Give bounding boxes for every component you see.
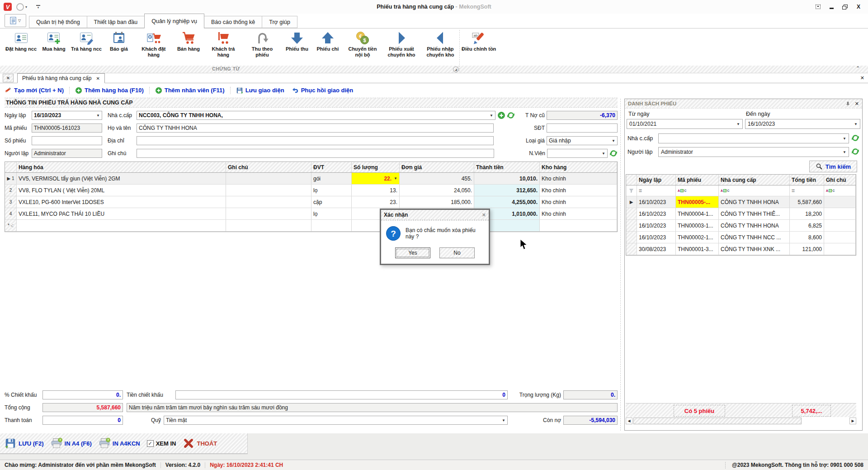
empty-cell[interactable] <box>226 220 311 231</box>
tab-thiet-lap-ban-dau[interactable]: Thiết lập ban đầu <box>87 16 145 28</box>
panel-supplier-combobox[interactable]: ▼ <box>658 133 849 143</box>
voucher-code-cell[interactable]: THN00002-1... <box>676 232 719 243</box>
main-menu-button[interactable]: ▽ <box>5 14 26 27</box>
date-combobox[interactable]: 16/10/2023▼ <box>32 111 102 120</box>
voucher-date-cell[interactable]: 16/10/2023 <box>637 232 676 243</box>
filter-cell[interactable]: = <box>790 185 824 196</box>
ribbon-item[interactable]: Phiếu xuất chuyển kho <box>382 30 421 58</box>
voucher-note-cell[interactable] <box>824 232 856 243</box>
item-total-cell[interactable]: 10,010. <box>474 173 540 184</box>
to-date-combobox[interactable]: 16/10/2023▼ <box>745 119 860 129</box>
dialog-title-bar[interactable]: Xác nhận ✕ <box>381 210 489 220</box>
checkbox-checked-icon[interactable]: ✓ <box>147 440 154 447</box>
discount-pct-field[interactable]: 0. <box>42 390 123 399</box>
ribbon-item[interactable]: Bán hàng <box>173 30 204 53</box>
ribbon-item[interactable]: €$Chuyển tiền nội bộ <box>343 30 382 58</box>
filter-cell[interactable]: ABC <box>824 185 856 196</box>
column-header[interactable]: Ghi chú <box>226 162 311 172</box>
item-price-cell[interactable]: 455. <box>400 173 474 184</box>
save-layout-button[interactable]: Lưu giao diện <box>236 87 284 94</box>
refresh-supplier-icon[interactable] <box>507 111 515 119</box>
item-unit-cell[interactable]: lọ <box>311 208 352 219</box>
panel-splitter[interactable] <box>620 99 621 431</box>
item-name-cell[interactable]: VXLE11, MYCO PAC THÁI 10 LIỀU <box>17 208 226 219</box>
add-supplier-icon[interactable] <box>497 111 505 119</box>
tab-quan-tri-he-thong[interactable]: Quản trị hệ thống <box>29 16 87 28</box>
exit-button[interactable]: THOÁT <box>183 437 217 449</box>
tab-quan-ly-nghiep-vu[interactable]: Quản lý nghiệp vụ <box>144 14 204 28</box>
staff-combobox[interactable]: ▼ <box>547 149 608 158</box>
voucher-date-cell[interactable]: 30/08/2023 <box>637 243 676 255</box>
print-a4kcn-button[interactable]: ? IN A4KCN <box>99 437 140 449</box>
voucher-total-cell[interactable]: 18,200 <box>790 208 824 219</box>
column-header[interactable]: Kho hàng <box>540 162 617 172</box>
new-table-row[interactable]: * -: <box>5 220 617 232</box>
discount-amount-field[interactable]: 0 <box>175 390 508 399</box>
voucher-code-cell[interactable]: THN00004-1... <box>676 208 719 219</box>
voucher-note-cell[interactable] <box>824 243 856 255</box>
phone-field[interactable] <box>547 123 618 133</box>
save-button[interactable]: LƯU (F2) <box>5 437 44 449</box>
panel-close-icon[interactable]: ✕ <box>855 101 859 107</box>
voucher-code-cell[interactable]: THN00003-1... <box>676 220 719 231</box>
scrollbar-thumb[interactable] <box>633 418 802 424</box>
note-field[interactable] <box>137 149 494 158</box>
column-header[interactable]: Số lượng <box>352 162 400 172</box>
voucher-note-cell[interactable] <box>824 196 856 208</box>
voucher-note-cell[interactable] <box>824 220 856 231</box>
voucher-code-cell[interactable]: THN00005-... <box>676 196 719 208</box>
item-price-cell[interactable]: 24,050. <box>400 185 474 196</box>
close-button[interactable]: X <box>853 2 864 11</box>
voucher-supplier-cell[interactable]: CÔNG TY TNHH XNK ... <box>719 243 790 255</box>
item-unit-cell[interactable]: gói <box>311 173 352 184</box>
filter-cell[interactable]: ABC <box>719 185 790 196</box>
item-total-cell[interactable]: 312,650. <box>474 185 540 196</box>
item-note-cell[interactable] <box>226 208 311 219</box>
filter-cell[interactable]: = <box>637 185 676 196</box>
refresh-staff-icon[interactable] <box>609 149 618 157</box>
voucher-date-cell[interactable]: 16/10/2023 <box>637 208 676 219</box>
panel-refresh-supplier-icon[interactable] <box>851 134 859 142</box>
ribbon-item[interactable]: Phiếu thu <box>282 30 312 53</box>
ribbon-item[interactable]: Thu theo phiếu <box>243 30 282 58</box>
fund-combobox[interactable]: Tiền mặt▼ <box>164 416 508 425</box>
ribbon-item[interactable]: Khách đặt hàng <box>134 30 173 58</box>
voucher-row[interactable]: ▶16/10/2023THN00005-...CÔNG TY TNHH HONA… <box>626 196 856 208</box>
filter-row[interactable]: =ABCABC=ABC <box>626 185 856 196</box>
document-tab[interactable]: Phiếu trả hàng nhà cung cấp ✕ <box>17 73 105 83</box>
item-qty-cell[interactable]: 23. <box>352 196 400 208</box>
horizontal-scrollbar[interactable]: ◀ ▶ <box>626 418 856 424</box>
item-price-cell[interactable]: 185,000. <box>400 196 474 208</box>
fullname-field[interactable]: CÔNG TY TNHH HONA <box>137 123 494 133</box>
ribbon-item[interactable]: Báo giá <box>104 30 134 53</box>
qty-dropdown-icon[interactable]: ▼ <box>394 176 397 180</box>
skin-selector-icon[interactable] <box>16 3 24 11</box>
tab-tro-giup[interactable]: Trợ giúp <box>262 16 297 28</box>
chevron-down-icon[interactable]: ▾ <box>25 5 27 9</box>
ribbon-item[interactable]: Mua hàng <box>38 30 69 53</box>
voucher-supplier-cell[interactable]: CÔNG TY TNHH NCC ... <box>719 232 790 243</box>
table-row[interactable]: 4VXLE11, MYCO PAC THÁI 10 LIỀUlọ1,010,00… <box>5 208 617 220</box>
search-button[interactable]: Tìm kiếm <box>809 161 857 172</box>
ribbon-item[interactable]: Trả hàng ncc <box>69 30 104 53</box>
from-date-combobox[interactable]: 01/10/2021▼ <box>627 119 743 129</box>
no-button[interactable]: No <box>439 247 475 258</box>
tab-bao-cao-thong-ke[interactable]: Báo cáo thống kê <box>204 16 262 28</box>
empty-cell[interactable] <box>17 220 226 231</box>
voucher-row[interactable]: 16/10/2023THN00002-1...CÔNG TY TNHH NCC … <box>626 232 856 243</box>
ribbon-item[interactable]: abĐiều chỉnh tồn <box>460 30 498 53</box>
address-field[interactable] <box>137 136 494 145</box>
add-staff-button[interactable]: Thêm nhân viên (F11) <box>155 87 225 94</box>
item-warehouse-cell[interactable]: Kho chính <box>540 185 617 196</box>
item-unit-cell[interactable]: cặp <box>311 196 352 208</box>
ribbon-item[interactable]: Phiếu chi <box>312 30 343 53</box>
voucher-row[interactable]: 16/10/2023THN00004-1...CÔNG TY TNHH THIÊ… <box>626 208 856 220</box>
new-voucher-button[interactable]: Tạo mới (Ctrl + N) <box>5 87 64 94</box>
group-dialog-launcher-icon[interactable]: ◢ <box>453 66 459 72</box>
item-warehouse-cell[interactable]: Kho chính <box>540 196 617 208</box>
pin-icon[interactable] <box>845 101 850 107</box>
voucher-note-cell[interactable] <box>824 208 856 219</box>
close-icon[interactable]: ✕ <box>96 76 99 81</box>
table-row[interactable]: ▶ 1VV5, VERMISOL tẩy giun (Việt Viễn) 2G… <box>5 173 617 185</box>
item-warehouse-cell[interactable]: Kho chính <box>540 173 617 184</box>
